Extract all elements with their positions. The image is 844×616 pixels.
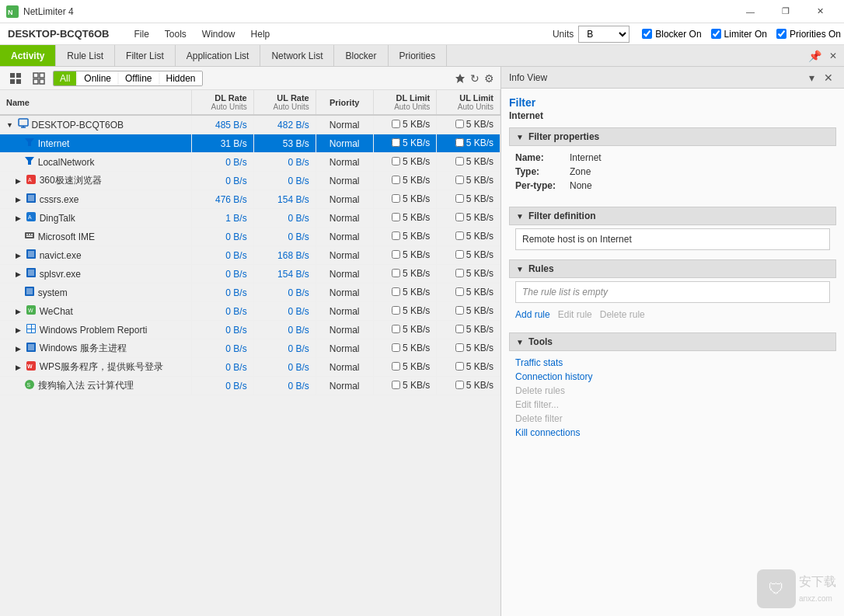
table-row[interactable]: ▶ Windows Problem Reporti 0 B/s 0 B/s No… bbox=[0, 321, 500, 339]
table-row[interactable]: ▼ DESKTOP-BCQT6OB 485 B/s 482 B/s Normal… bbox=[0, 115, 500, 134]
tab-priorities[interactable]: Priorities bbox=[389, 45, 448, 66]
ul-limit-checkbox[interactable] bbox=[455, 231, 464, 240]
chevron-down-icon-3: ▼ bbox=[516, 265, 524, 273]
dl-limit-checkbox[interactable] bbox=[392, 381, 400, 389]
tab-close-button[interactable]: ✕ bbox=[825, 48, 841, 64]
grid-view-2-button[interactable] bbox=[30, 71, 48, 86]
expand-icon[interactable]: ▶ bbox=[16, 345, 21, 353]
dl-limit-checkbox[interactable] bbox=[392, 362, 400, 371]
ul-limit-checkbox[interactable] bbox=[455, 194, 464, 203]
table-row[interactable]: system 0 B/s 0 B/s Normal 5 KB/s 5 KB/s bbox=[0, 284, 500, 302]
expand-icon[interactable]: ▶ bbox=[16, 196, 21, 204]
dl-limit-checkbox[interactable] bbox=[392, 231, 400, 240]
expand-icon[interactable]: ▶ bbox=[16, 252, 21, 259]
minimize-button[interactable]: — bbox=[733, 0, 768, 23]
expand-icon[interactable]: ▶ bbox=[16, 214, 21, 222]
ul-limit-checkbox[interactable] bbox=[455, 213, 464, 221]
table-row[interactable]: Microsoft IME 0 B/s 0 B/s Normal 5 KB/s … bbox=[0, 228, 500, 246]
table-header-row: Name DL Rate Auto Units UL Rate Auto Uni… bbox=[0, 90, 500, 115]
dl-limit-checkbox[interactable] bbox=[392, 157, 400, 165]
ul-limit-checkbox[interactable] bbox=[455, 120, 464, 128]
tab-blocker[interactable]: Blocker bbox=[334, 45, 388, 66]
table-row[interactable]: ▶ A DingTalk 1 B/s 0 B/s Normal 5 KB/s 5… bbox=[0, 209, 500, 228]
tab-network-list[interactable]: Network List bbox=[260, 45, 334, 66]
tab-rule-list[interactable]: Rule List bbox=[56, 45, 115, 66]
filter-properties-header[interactable]: ▼ Filter properties bbox=[509, 127, 836, 146]
settings-icon[interactable]: ⚙ bbox=[484, 72, 494, 85]
traffic-stats-link[interactable]: Traffic stats bbox=[515, 357, 830, 368]
dl-limit-checkbox[interactable] bbox=[392, 343, 400, 352]
rules-header[interactable]: ▼ Rules bbox=[509, 259, 836, 278]
filter-all-button[interactable]: All bbox=[54, 71, 76, 85]
table-row[interactable]: ▶ W WeChat 0 B/s 0 B/s Normal 5 KB/s 5 K… bbox=[0, 302, 500, 321]
add-rule-link[interactable]: Add rule bbox=[515, 309, 550, 320]
app-icon bbox=[26, 344, 37, 355]
tab-filter-list[interactable]: Filter List bbox=[115, 45, 176, 66]
ul-limit-checkbox[interactable] bbox=[455, 287, 464, 296]
ul-limit-checkbox[interactable] bbox=[455, 138, 464, 147]
delete-filter-link: Delete filter bbox=[515, 413, 830, 424]
ul-limit-checkbox[interactable] bbox=[455, 176, 464, 184]
ul-limit-checkbox[interactable] bbox=[455, 269, 464, 277]
ul-limit-checkbox[interactable] bbox=[455, 250, 464, 259]
menu-file[interactable]: File bbox=[127, 26, 157, 43]
expand-icon[interactable]: ▶ bbox=[16, 364, 21, 371]
table-row[interactable]: Internet 31 B/s 53 B/s Normal 5 KB/s 5 K… bbox=[0, 134, 500, 153]
filter-definition-header[interactable]: ▼ Filter definition bbox=[509, 207, 836, 225]
dl-limit-checkbox[interactable] bbox=[392, 250, 400, 259]
ul-limit-checkbox[interactable] bbox=[455, 343, 464, 352]
table-row[interactable]: ▶ A 360极速浏览器 0 B/s 0 B/s Normal 5 KB/s 5… bbox=[0, 172, 500, 190]
row-priority: Normal bbox=[316, 339, 373, 358]
table-row[interactable]: ▶ Windows 服务主进程 0 B/s 0 B/s Normal 5 KB/… bbox=[0, 339, 500, 358]
expand-icon[interactable]: ▼ bbox=[6, 121, 13, 129]
table-row[interactable]: S 搜狗输入法 云计算代理 0 B/s 0 B/s Normal 5 KB/s … bbox=[0, 377, 500, 395]
table-row[interactable]: ▶ W WPS服务程序，提供账号登录 0 B/s 0 B/s Normal 5 … bbox=[0, 358, 500, 377]
ul-limit-checkbox[interactable] bbox=[455, 381, 464, 389]
kill-connections-link[interactable]: Kill connections bbox=[515, 427, 830, 438]
table-row[interactable]: ▶ cssrs.exe 476 B/s 154 B/s Normal 5 KB/… bbox=[0, 190, 500, 209]
filter-hidden-button[interactable]: Hidden bbox=[160, 71, 202, 85]
pin-icon[interactable] bbox=[455, 73, 466, 84]
dl-limit-checkbox[interactable] bbox=[392, 120, 400, 128]
restore-button[interactable]: ❐ bbox=[768, 0, 803, 23]
right-panel-close-icon[interactable]: ✕ bbox=[821, 70, 836, 85]
grid-view-1-button[interactable] bbox=[6, 71, 25, 86]
dl-limit-checkbox[interactable] bbox=[392, 194, 400, 203]
limiter-checkbox[interactable]: Limiter On bbox=[711, 29, 767, 40]
tab-pin-icon[interactable]: 📌 bbox=[807, 48, 822, 64]
table-row[interactable]: ▶ navict.exe 0 B/s 168 B/s Normal 5 KB/s… bbox=[0, 246, 500, 265]
expand-icon[interactable]: ▶ bbox=[16, 308, 21, 315]
dl-limit-checkbox[interactable] bbox=[392, 287, 400, 296]
blocker-checkbox[interactable]: Blocker On bbox=[642, 29, 701, 40]
filter-online-button[interactable]: Online bbox=[78, 71, 117, 85]
tools-header[interactable]: ▼ Tools bbox=[509, 332, 836, 351]
right-panel-dropdown-icon[interactable]: ▾ bbox=[806, 70, 818, 85]
ul-limit-checkbox[interactable] bbox=[455, 157, 464, 165]
ul-limit-checkbox[interactable] bbox=[455, 325, 464, 333]
filter-offline-button[interactable]: Offline bbox=[119, 71, 158, 85]
menu-tools[interactable]: Tools bbox=[157, 26, 194, 43]
refresh-icon[interactable]: ↻ bbox=[470, 72, 480, 85]
dl-limit-checkbox[interactable] bbox=[392, 325, 400, 333]
dl-limit-checkbox[interactable] bbox=[392, 176, 400, 184]
menu-window[interactable]: Window bbox=[194, 26, 243, 43]
tab-activity[interactable]: Activity bbox=[0, 45, 56, 66]
ul-limit-checkbox[interactable] bbox=[455, 362, 464, 371]
units-select[interactable]: B KB MB bbox=[578, 26, 630, 43]
dl-limit-checkbox[interactable] bbox=[392, 213, 400, 221]
dl-limit-checkbox[interactable] bbox=[392, 306, 400, 315]
expand-icon[interactable]: ▶ bbox=[16, 177, 21, 185]
expand-icon[interactable]: ▶ bbox=[16, 326, 21, 334]
table-row[interactable]: LocalNetwork 0 B/s 0 B/s Normal 5 KB/s 5… bbox=[0, 153, 500, 172]
menu-help[interactable]: Help bbox=[243, 26, 278, 43]
close-button[interactable]: ✕ bbox=[803, 0, 838, 23]
tab-application-list[interactable]: Application List bbox=[176, 45, 261, 66]
priorities-checkbox[interactable]: Priorities On bbox=[776, 29, 841, 40]
chevron-down-icon-2: ▼ bbox=[516, 212, 524, 221]
connection-history-link[interactable]: Connection history bbox=[515, 371, 830, 382]
dl-limit-checkbox[interactable] bbox=[392, 269, 400, 277]
expand-icon[interactable]: ▶ bbox=[16, 270, 21, 278]
table-row[interactable]: ▶ splsvr.exe 0 B/s 154 B/s Normal 5 KB/s… bbox=[0, 265, 500, 284]
dl-limit-checkbox[interactable] bbox=[392, 138, 400, 147]
ul-limit-checkbox[interactable] bbox=[455, 306, 464, 315]
